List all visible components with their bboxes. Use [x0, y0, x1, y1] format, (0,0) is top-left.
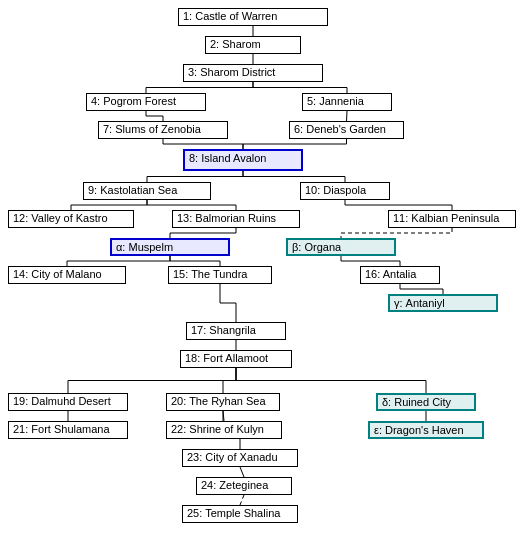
node-nd: δ: Ruined City: [376, 393, 476, 411]
node-ny: γ: Antaniyl: [388, 294, 498, 312]
node-n21: 21: Fort Shulamana: [8, 421, 128, 439]
svg-line-7: [240, 467, 244, 477]
node-n8: 8: Island Avalon: [183, 149, 303, 171]
node-n24: 24: Zeteginea: [196, 477, 292, 495]
node-n5: 5: Jannenia: [302, 93, 392, 111]
node-n18: 18: Fort Allamoot: [180, 350, 292, 368]
node-n23: 23: City of Xanadu: [182, 449, 298, 467]
node-n10: 10: Diaspola: [300, 182, 390, 200]
node-n12: 12: Valley of Kastro: [8, 210, 134, 228]
node-n14: 14: City of Malano: [8, 266, 126, 284]
tree-container: 1: Castle of Warren2: Sharom3: Sharom Di…: [0, 0, 528, 16]
svg-line-2: [347, 111, 348, 121]
node-ne: ε: Dragon's Haven: [368, 421, 484, 439]
node-n13: 13: Balmorian Ruins: [172, 210, 300, 228]
node-n3: 3: Sharom District: [183, 64, 323, 82]
node-n22: 22: Shrine of Kulyn: [166, 421, 282, 439]
node-n17: 17: Shangrila: [186, 322, 286, 340]
node-n2: 2: Sharom: [205, 36, 301, 54]
node-n25: 25: Temple Shalina: [182, 505, 298, 523]
node-n1: 1: Castle of Warren: [178, 8, 328, 26]
node-n6: 6: Deneb's Garden: [289, 121, 404, 139]
node-n9: 9: Kastolatian Sea: [83, 182, 211, 200]
node-n7: 7: Slums of Zenobia: [98, 121, 228, 139]
node-na: α: Muspelm: [110, 238, 230, 256]
node-n15: 15: The Tundra: [168, 266, 272, 284]
node-n11: 11: Kalbian Peninsula: [388, 210, 516, 228]
node-n19: 19: Dalmuhd Desert: [8, 393, 128, 411]
node-n20: 20: The Ryhan Sea: [166, 393, 280, 411]
node-n16: 16: Antalia: [360, 266, 440, 284]
svg-line-8: [240, 495, 244, 505]
node-nb: β: Organa: [286, 238, 396, 256]
svg-line-6: [223, 411, 224, 421]
node-n4: 4: Pogrom Forest: [86, 93, 206, 111]
